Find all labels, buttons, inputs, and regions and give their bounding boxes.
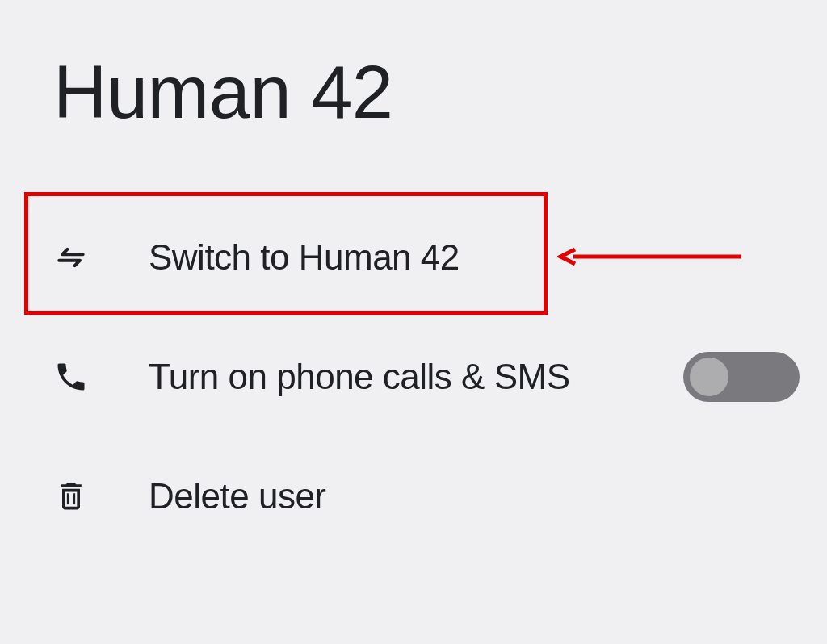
phone-sms-row[interactable]: Turn on phone calls & SMS [0, 317, 827, 437]
options-list: Switch to Human 42 Turn on phone calls &… [0, 198, 827, 556]
phone-sms-label: Turn on phone calls & SMS [149, 357, 569, 397]
page-title: Human 42 [0, 0, 827, 135]
svg-rect-0 [67, 493, 69, 504]
phone-icon [53, 359, 94, 395]
delete-user-row[interactable]: Delete user [0, 437, 827, 556]
toggle-knob [690, 358, 728, 396]
switch-user-row[interactable]: Switch to Human 42 [0, 198, 827, 317]
switch-user-label: Switch to Human 42 [149, 237, 460, 278]
delete-user-label: Delete user [149, 476, 326, 516]
svg-rect-1 [73, 493, 75, 504]
phone-sms-toggle[interactable] [683, 352, 800, 402]
swap-icon [53, 240, 94, 275]
trash-icon [53, 479, 94, 514]
